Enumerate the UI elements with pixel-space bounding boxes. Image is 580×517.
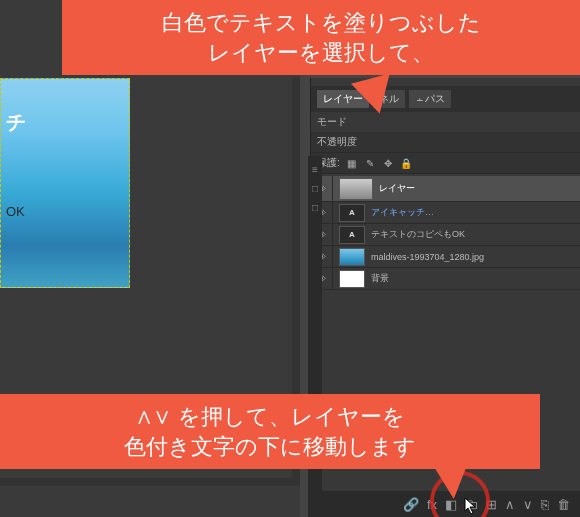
lock-brush-icon[interactable]: ✎ bbox=[364, 157, 376, 169]
mode-label: モード bbox=[317, 115, 347, 129]
layer-row[interactable]: 👁 maldives-1993704_1280.jpg bbox=[311, 246, 580, 268]
horizontal-scrollbar[interactable] bbox=[0, 478, 300, 486]
move-down-icon[interactable]: ∨ bbox=[523, 497, 533, 512]
layer-thumbnail[interactable]: A bbox=[339, 204, 365, 222]
duplicate-icon[interactable]: ⎘ bbox=[541, 497, 549, 512]
layer-thumbnail[interactable] bbox=[339, 178, 373, 200]
layer-row[interactable]: 👁 背景 bbox=[311, 268, 580, 290]
toolstrip-icon[interactable]: □ bbox=[312, 183, 318, 194]
layer-name[interactable]: アイキャッチ… bbox=[371, 206, 580, 219]
opacity-label: 不透明度 bbox=[317, 135, 357, 149]
canvas-text-1: チ bbox=[6, 109, 26, 136]
paths-icon: ⫠ bbox=[415, 93, 425, 104]
layer-name[interactable]: テキストのコピペもOK bbox=[371, 228, 580, 241]
layer-thumbnail[interactable] bbox=[339, 270, 365, 288]
lock-pixels-icon[interactable]: ▦ bbox=[346, 157, 358, 169]
canvas-text-2: OK bbox=[6, 204, 25, 219]
move-up-icon[interactable]: ∧ bbox=[505, 497, 515, 512]
layer-thumbnail[interactable]: A bbox=[339, 226, 365, 244]
layer-name[interactable]: maldives-1993704_1280.jpg bbox=[371, 252, 580, 262]
layers-list: 👁 レイヤー 👁 A アイキャッチ… 👁 A テキストのコピペもOK 👁 mal… bbox=[311, 176, 580, 290]
tab-paths[interactable]: ⫠パス bbox=[409, 90, 451, 108]
layer-row[interactable]: 👁 A アイキャッチ… bbox=[311, 202, 580, 224]
toolstrip-icon[interactable]: □ bbox=[312, 202, 318, 213]
toolstrip-icon[interactable]: ≡ bbox=[312, 164, 318, 175]
annotation-top-line2: レイヤーを選択して、 bbox=[72, 38, 570, 68]
annotation-bottom-line1: ∧∨ を押して、レイヤーを bbox=[10, 402, 530, 432]
layer-row[interactable]: 👁 レイヤー bbox=[311, 176, 580, 202]
lock-row: 保護: ▦ ✎ ✥ 🔒 bbox=[311, 153, 580, 174]
annotation-top-line1: 白色でテキストを塗りつぶした bbox=[72, 8, 570, 38]
layer-row[interactable]: 👁 A テキストのコピペもOK bbox=[311, 224, 580, 246]
document-preview[interactable]: チ OK bbox=[0, 78, 130, 288]
lock-move-icon[interactable]: ✥ bbox=[382, 157, 394, 169]
panel-tabs: レイヤー ネル ⫠パス bbox=[311, 86, 580, 112]
layer-thumbnail[interactable] bbox=[339, 248, 365, 266]
annotation-bottom-line2: 色付き文字の下に移動します bbox=[10, 432, 530, 462]
layer-name[interactable]: レイヤー bbox=[379, 182, 580, 195]
annotation-bottom-arrow bbox=[430, 457, 473, 500]
opacity-row: 不透明度 bbox=[311, 132, 580, 153]
mode-row: モード bbox=[311, 112, 580, 132]
delete-icon[interactable]: 🗑 bbox=[557, 497, 570, 512]
lock-all-icon[interactable]: 🔒 bbox=[400, 157, 412, 169]
annotation-top: 白色でテキストを塗りつぶした レイヤーを選択して、 bbox=[62, 0, 580, 75]
link-layers-icon[interactable]: 🔗 bbox=[403, 497, 419, 512]
layer-name[interactable]: 背景 bbox=[371, 272, 580, 285]
